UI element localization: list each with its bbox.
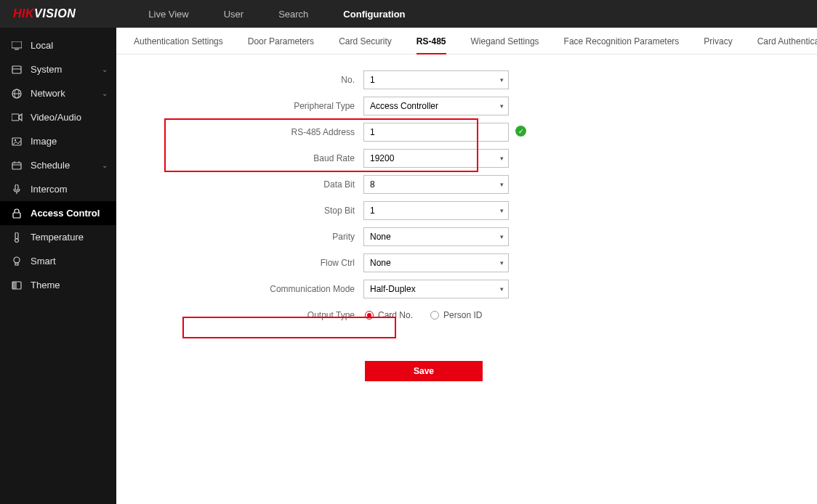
- select-stop-bit[interactable]: 1▾: [363, 201, 509, 220]
- input-rs485-address[interactable]: [363, 123, 509, 142]
- nav-configuration[interactable]: Configuration: [343, 9, 405, 20]
- chevron-down-icon: ⌄: [102, 65, 108, 73]
- row-parity: Parity None▾: [116, 227, 817, 246]
- image-icon: [10, 137, 23, 147]
- label-no: No.: [116, 75, 363, 85]
- globe-icon: [10, 89, 23, 99]
- row-baud-rate: Baud Rate 19200▾: [116, 149, 817, 168]
- sidebar-item-system[interactable]: System ⌄: [0, 57, 116, 81]
- label-parity: Parity: [116, 232, 363, 242]
- select-no-value: 1: [370, 75, 375, 85]
- sidebar-item-local[interactable]: Local: [0, 33, 116, 57]
- sidebar-item-video-audio[interactable]: Video/Audio: [0, 105, 116, 129]
- chevron-down-icon: ⌄: [102, 89, 108, 97]
- tab-card-authentication-settings[interactable]: Card Authentication Settings: [757, 29, 817, 54]
- radio-person-id[interactable]: Person ID: [430, 310, 482, 320]
- chevron-down-icon: ▾: [500, 285, 504, 293]
- row-peripheral-type: Peripheral Type Access Controller▾: [116, 97, 817, 115]
- sidebar-item-network[interactable]: Network ⌄: [0, 81, 116, 105]
- logo-vision: VISION: [34, 7, 76, 20]
- sidebar-label-local: Local: [31, 40, 106, 51]
- tab-card-security[interactable]: Card Security: [339, 29, 392, 54]
- monitor-icon: [10, 41, 23, 51]
- svg-point-19: [14, 257, 20, 263]
- select-data-bit[interactable]: 8▾: [363, 175, 509, 194]
- sidebar-item-smart[interactable]: Smart: [0, 249, 116, 273]
- radio-card-no[interactable]: Card No.: [365, 310, 413, 320]
- calendar-icon: [10, 160, 23, 171]
- select-flow-ctrl[interactable]: None▾: [363, 253, 509, 272]
- label-peripheral-type: Peripheral Type: [116, 101, 363, 111]
- sidebar-item-access-control[interactable]: Access Control: [0, 201, 116, 225]
- svg-rect-7: [12, 114, 19, 121]
- select-peripheral-type[interactable]: Access Controller▾: [363, 97, 509, 115]
- tab-wiegand-settings[interactable]: Wiegand Settings: [471, 29, 539, 54]
- label-stop-bit: Stop Bit: [116, 206, 363, 216]
- select-baud-rate[interactable]: 19200▾: [363, 149, 509, 168]
- video-icon: [10, 113, 23, 123]
- select-no[interactable]: 1▾: [363, 70, 509, 89]
- sidebar-label-video-audio: Video/Audio: [31, 112, 106, 123]
- select-communication-mode[interactable]: Half-Duplex▾: [363, 280, 509, 298]
- svg-rect-20: [15, 263, 18, 265]
- sidebar-label-intercom: Intercom: [31, 184, 106, 195]
- label-communication-mode: Communication Mode: [116, 284, 363, 294]
- select-peripheral-type-value: Access Controller: [370, 101, 438, 111]
- nav-user[interactable]: User: [224, 9, 244, 20]
- select-parity[interactable]: None▾: [363, 227, 509, 246]
- main-layout: Local System ⌄ Network ⌄ Video/Audio Ima…: [0, 28, 817, 504]
- tab-door-parameters[interactable]: Door Parameters: [248, 29, 314, 54]
- sidebar-label-access-control: Access Control: [31, 208, 106, 219]
- row-save: Save: [116, 332, 817, 381]
- tab-face-recognition-parameters[interactable]: Face Recognition Parameters: [564, 29, 680, 54]
- sidebar-label-temperature: Temperature: [31, 232, 106, 243]
- row-communication-mode: Communication Mode Half-Duplex▾: [116, 280, 817, 298]
- sidebar-label-schedule: Schedule: [31, 160, 106, 171]
- mic-icon: [10, 184, 23, 195]
- svg-rect-14: [15, 184, 18, 190]
- radio-dot-icon: [365, 311, 374, 320]
- row-output-type: Output Type Card No. Person ID: [116, 306, 817, 325]
- radio-label-card-no: Card No.: [378, 310, 413, 320]
- theme-icon: [10, 280, 23, 290]
- tab-privacy[interactable]: Privacy: [704, 29, 732, 54]
- label-baud-rate: Baud Rate: [116, 153, 363, 163]
- chevron-down-icon: ▾: [500, 233, 504, 240]
- system-icon: [10, 65, 23, 75]
- select-flow-ctrl-value: None: [370, 258, 391, 268]
- sidebar-item-theme[interactable]: Theme: [0, 273, 116, 297]
- chevron-down-icon: ▾: [500, 259, 504, 267]
- thermometer-icon: [10, 232, 23, 243]
- svg-rect-10: [12, 163, 21, 169]
- nav-search[interactable]: Search: [278, 9, 308, 20]
- svg-rect-2: [12, 66, 21, 73]
- chevron-down-icon: ▾: [500, 76, 504, 84]
- select-stop-bit-value: 1: [370, 206, 375, 216]
- sidebar-label-network: Network: [31, 88, 106, 99]
- chevron-down-icon: ▾: [500, 207, 504, 214]
- nav-live-view[interactable]: Live View: [148, 9, 188, 20]
- chevron-down-icon: ▾: [500, 155, 504, 162]
- tab-authentication-settings[interactable]: Authentication Settings: [134, 29, 223, 54]
- check-icon: ✓: [515, 126, 526, 137]
- lock-icon: [10, 208, 23, 219]
- sidebar-item-intercom[interactable]: Intercom: [0, 177, 116, 201]
- sidebar-label-system: System: [31, 64, 106, 75]
- chevron-down-icon: ▾: [500, 181, 504, 188]
- row-rs485-address: RS-485 Address ✓: [116, 123, 817, 142]
- bulb-icon: [10, 256, 23, 267]
- chevron-down-icon: ⌄: [102, 161, 108, 169]
- sidebar-item-temperature[interactable]: Temperature: [0, 225, 116, 249]
- chevron-down-icon: ▾: [500, 102, 504, 110]
- row-data-bit: Data Bit 8▾: [116, 175, 817, 194]
- svg-point-9: [15, 139, 16, 140]
- svg-rect-17: [15, 232, 18, 239]
- sidebar-item-schedule[interactable]: Schedule ⌄: [0, 153, 116, 177]
- tab-rs-485[interactable]: RS-485: [416, 29, 446, 54]
- sidebar-item-image[interactable]: Image: [0, 129, 116, 153]
- row-no: No. 1▾: [116, 70, 817, 89]
- select-baud-rate-value: 19200: [370, 153, 394, 163]
- top-bar: HIKVISION Live View User Search Configur…: [0, 0, 817, 28]
- svg-rect-16: [13, 213, 20, 218]
- save-button[interactable]: Save: [365, 361, 483, 381]
